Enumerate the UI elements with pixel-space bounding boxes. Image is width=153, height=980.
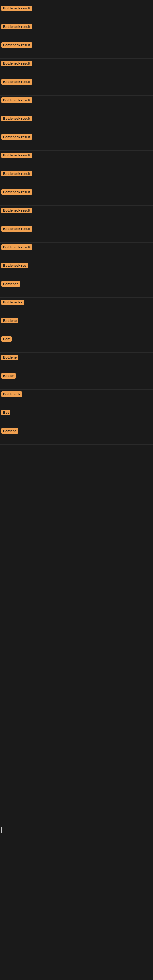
- list-item: Bottleneck result: [0, 224, 153, 243]
- bottleneck-badge[interactable]: Bot: [1, 410, 10, 415]
- list-item: Bottleneck result: [0, 77, 153, 95]
- list-item: Bottlene: [0, 353, 153, 371]
- bottleneck-badge[interactable]: Bottleneck result: [1, 60, 32, 66]
- list-item: Bottleneck result: [0, 206, 153, 224]
- cursor-indicator: [1, 827, 2, 833]
- list-item: Bottleneck res: [0, 261, 153, 279]
- list-item: Bottleneck result: [0, 151, 153, 169]
- bottleneck-badge[interactable]: Bottlene: [1, 428, 18, 434]
- bottleneck-badge[interactable]: Bottleneck result: [1, 153, 32, 158]
- list-item: Bottleneck result: [0, 243, 153, 261]
- bottleneck-badge[interactable]: Bottleneck result: [1, 208, 32, 213]
- bottleneck-badge[interactable]: Bottleneck result: [1, 244, 32, 250]
- list-item: Bottleneck result: [0, 132, 153, 151]
- bottleneck-badge[interactable]: Bottleneck res: [1, 263, 28, 268]
- list-item: Bottlenec: [0, 279, 153, 298]
- bottleneck-badge[interactable]: Bottleneck: [1, 391, 22, 397]
- bottleneck-badge[interactable]: Bottlene: [1, 318, 18, 323]
- list-item: Bottler: [0, 371, 153, 390]
- bottleneck-badge[interactable]: Bottleneck result: [1, 42, 32, 48]
- bottleneck-badge[interactable]: Bottleneck result: [1, 116, 32, 121]
- list-item: Bot: [0, 408, 153, 426]
- bottleneck-badge[interactable]: Bottleneck result: [1, 134, 32, 140]
- list-item: Bottleneck: [0, 390, 153, 408]
- bottleneck-badge[interactable]: Bottleneck result: [1, 171, 32, 177]
- list-item: Bottleneck result: [0, 95, 153, 114]
- list-item: Bottleneck result: [0, 59, 153, 77]
- bottleneck-badge[interactable]: Bottlenec: [1, 281, 20, 286]
- list-item: Bottleneck result: [0, 114, 153, 132]
- list-item: Bottleneck result: [0, 40, 153, 59]
- list-item: Bottlene: [0, 316, 153, 334]
- list-item: Bottleneck result: [0, 4, 153, 22]
- bottleneck-badge[interactable]: Bottlene: [1, 355, 18, 360]
- bottleneck-badge[interactable]: Bottler: [1, 373, 16, 379]
- bottleneck-badge[interactable]: Bottleneck result: [1, 189, 32, 195]
- bottleneck-badge[interactable]: Bottleneck result: [1, 79, 32, 84]
- bottleneck-badge[interactable]: Bottleneck result: [1, 97, 32, 103]
- site-header: [0, 0, 153, 4]
- list-item: Bott: [0, 334, 153, 353]
- bottleneck-badge[interactable]: Bottleneck result: [1, 226, 32, 232]
- list-item: Bottleneck result: [0, 22, 153, 40]
- bottleneck-badge[interactable]: Bottleneck r: [1, 299, 24, 305]
- bottleneck-badge[interactable]: Bottleneck result: [1, 5, 32, 11]
- list-item: Bottleneck r: [0, 298, 153, 316]
- bottleneck-badge[interactable]: Bott: [1, 336, 12, 342]
- list-item: Bottleneck result: [0, 188, 153, 206]
- bottleneck-badge[interactable]: Bottleneck result: [1, 24, 32, 29]
- list-item: Bottleneck result: [0, 169, 153, 188]
- list-item: Bottlene: [0, 426, 153, 445]
- items-list: Bottleneck resultBottleneck resultBottle…: [0, 4, 153, 445]
